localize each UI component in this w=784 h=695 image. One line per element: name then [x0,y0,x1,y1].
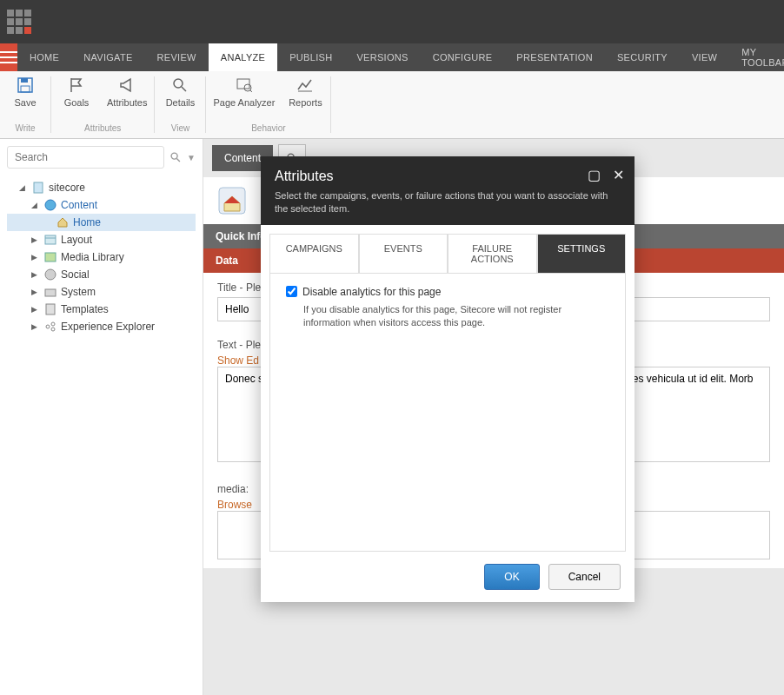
svg-point-21 [51,322,55,326]
search-input[interactable] [7,146,164,169]
social-icon [43,268,57,281]
tree-templates[interactable]: ▶Templates [7,301,196,318]
magnify-icon [171,76,189,94]
top-header [0,0,784,43]
menu-security[interactable]: SECURITY [605,43,680,71]
tree-label: sitecore [49,182,85,194]
hamburger-button[interactable] [0,43,17,71]
tree-label: Experience Explorer [61,321,155,333]
ribbon-group-attributes: Attributes [84,123,121,133]
search-dropdown[interactable]: ▼ [187,153,196,162]
hamburger-icon [0,51,17,63]
disable-analytics-help: If you disable analytics for this page, … [286,303,609,330]
ok-button[interactable]: OK [484,564,539,590]
tree-label: Layout [61,234,92,246]
tree-home[interactable]: Home [7,214,196,231]
ribbon-group-view: View [171,123,190,133]
maximize-icon[interactable]: ▢ [588,167,601,183]
menu-bar: HOME NAVIGATE REVIEW ANALYZE PUBLISH VER… [0,43,784,71]
svg-point-6 [244,84,251,91]
attributes-button[interactable]: Attributes [107,76,147,108]
modal-subtitle: Select the campaigns, events, or failure… [275,189,621,216]
tree-sitecore[interactable]: ◢sitecore [7,179,196,196]
reports-label: Reports [289,97,322,108]
svg-rect-19 [46,304,55,314]
search-icon[interactable] [169,151,182,163]
svg-line-4 [182,87,186,91]
document-icon [31,182,45,194]
menu-view[interactable]: VIEW [680,43,729,71]
svg-point-17 [45,269,56,280]
tree-explorer[interactable]: ▶Experience Explorer [7,318,196,335]
tree-content[interactable]: ◢Content [7,196,196,214]
logo-icon[interactable] [7,10,31,34]
page-analyzer-icon [236,76,253,94]
ribbon-group-behavior: Behavior [251,123,285,133]
goals-label: Goals [64,97,90,108]
svg-point-3 [174,79,183,88]
attributes-label: Attributes [107,97,147,108]
menu-mytoolbar[interactable]: MY TOOLBAR [729,43,784,71]
globe-icon [43,199,57,211]
svg-line-7 [250,90,252,92]
svg-rect-5 [237,79,249,89]
tab-settings[interactable]: SETTINGS [537,234,627,273]
details-label: Details [166,97,196,108]
details-button[interactable]: Details [162,76,198,108]
ribbon: Save Write Goals Attributes Attributes D… [0,71,784,139]
menu-analyze[interactable]: ANALYZE [209,43,277,71]
svg-point-20 [46,325,50,328]
tab-failure-actions[interactable]: FAILURE ACTIONS [448,234,537,273]
page-analyzer-button[interactable]: Page Analyzer [213,76,275,108]
tree-label: System [61,286,96,298]
menu-publish[interactable]: PUBLISH [277,43,344,71]
tree-media[interactable]: ▶Media Library [7,248,196,266]
save-label: Save [14,97,36,108]
tree-label: Content [61,199,97,211]
svg-line-10 [176,158,180,162]
save-button[interactable]: Save [7,76,43,108]
media-icon [43,251,57,263]
menu-configure[interactable]: CONFIGURE [421,43,505,71]
save-icon [17,76,34,94]
close-icon[interactable]: ✕ [613,167,624,183]
page-home-icon [217,186,247,215]
reports-icon [296,76,314,94]
templates-icon [43,303,57,315]
flag-icon [68,76,85,94]
home-icon [56,216,70,228]
explorer-icon [43,321,57,333]
page-analyzer-label: Page Analyzer [213,97,275,108]
ribbon-group-write: Write [15,123,35,133]
svg-point-9 [171,153,177,159]
tab-campaigns[interactable]: CAMPAIGNS [269,234,359,273]
tree-label: Media Library [61,251,124,263]
reports-button[interactable]: Reports [287,76,323,108]
disable-analytics-row[interactable]: Disable analytics for this page [286,286,609,298]
menu-review[interactable]: REVIEW [145,43,209,71]
cancel-button[interactable]: Cancel [548,564,621,590]
tree-label: Home [73,216,101,228]
svg-rect-14 [45,235,56,244]
svg-rect-1 [21,78,28,83]
disable-analytics-label: Disable analytics for this page [302,286,441,298]
tree-system[interactable]: ▶System [7,283,196,301]
bullhorn-icon [118,76,136,94]
menu-navigate[interactable]: NAVIGATE [71,43,144,71]
attributes-modal: Attributes Select the campaigns, events,… [261,156,635,602]
system-icon [43,286,57,298]
tree-social[interactable]: ▶Social [7,266,196,283]
menu-versions[interactable]: VERSIONS [344,43,420,71]
tree-label: Social [61,268,90,281]
modal-title: Attributes [275,169,621,184]
content-tree: ◢sitecore ◢Content Home ▶Layout ▶Media L… [7,179,196,335]
tree-layout[interactable]: ▶Layout [7,231,196,248]
svg-rect-11 [34,182,43,193]
svg-rect-16 [45,253,56,261]
menu-presentation[interactable]: PRESENTATION [504,43,605,71]
layout-icon [43,234,57,246]
disable-analytics-checkbox[interactable] [286,286,297,297]
goals-button[interactable]: Goals [58,76,95,108]
menu-home[interactable]: HOME [17,43,71,71]
tab-events[interactable]: EVENTS [359,234,448,273]
